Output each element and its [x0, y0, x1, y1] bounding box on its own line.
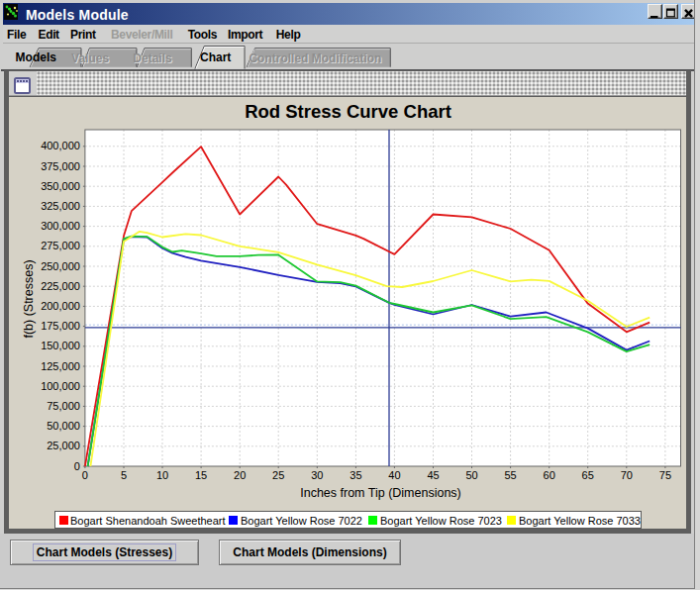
- svg-text:325,000: 325,000: [41, 200, 80, 212]
- svg-text:50: 50: [465, 469, 477, 481]
- svg-text:225,000: 225,000: [41, 280, 80, 292]
- svg-text:15: 15: [195, 469, 207, 481]
- svg-text:60: 60: [544, 469, 555, 481]
- svg-text:0: 0: [74, 460, 80, 472]
- svg-text:75,000: 75,000: [47, 400, 80, 412]
- svg-text:70: 70: [621, 469, 633, 481]
- svg-text:Inches from Tip (Dimensions): Inches from Tip (Dimensions): [300, 486, 461, 500]
- svg-text:125,000: 125,000: [41, 360, 80, 372]
- svg-text:175,000: 175,000: [41, 320, 80, 332]
- svg-text:25: 25: [272, 469, 284, 481]
- svg-text:350,000: 350,000: [41, 180, 80, 192]
- svg-text:375,000: 375,000: [41, 160, 80, 172]
- svg-text:55: 55: [504, 469, 516, 481]
- svg-text:30: 30: [311, 469, 323, 481]
- svg-text:f(b) (Stresses): f(b) (Stresses): [22, 259, 36, 338]
- svg-text:25,000: 25,000: [47, 440, 80, 451]
- svg-text:65: 65: [582, 469, 594, 481]
- svg-text:75: 75: [659, 469, 671, 481]
- svg-text:45: 45: [427, 469, 439, 481]
- svg-text:250,000: 250,000: [41, 260, 80, 272]
- svg-text:20: 20: [234, 469, 246, 481]
- svg-text:Rod Stress Curve Chart: Rod Stress Curve Chart: [245, 101, 451, 122]
- svg-text:40: 40: [388, 469, 400, 481]
- svg-text:35: 35: [350, 469, 361, 481]
- svg-text:100,000: 100,000: [41, 380, 80, 392]
- svg-text:5: 5: [121, 469, 127, 481]
- svg-text:400,000: 400,000: [41, 140, 80, 151]
- svg-text:0: 0: [82, 469, 88, 481]
- svg-text:300,000: 300,000: [41, 220, 80, 232]
- svg-text:150,000: 150,000: [41, 340, 80, 351]
- svg-text:200,000: 200,000: [41, 300, 80, 312]
- svg-text:275,000: 275,000: [41, 240, 80, 251]
- svg-text:50,000: 50,000: [47, 420, 80, 432]
- svg-text:10: 10: [156, 469, 168, 481]
